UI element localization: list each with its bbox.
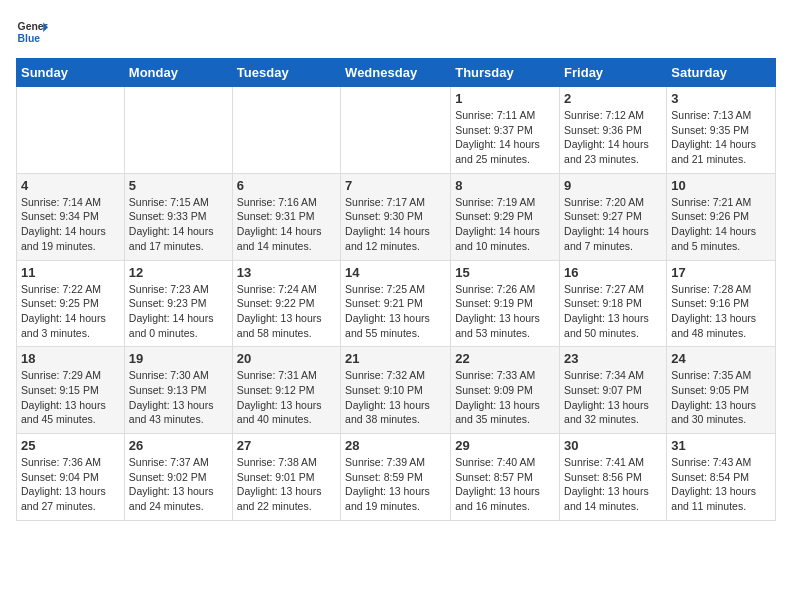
weekday-header-monday: Monday — [124, 59, 232, 87]
calendar-cell — [124, 87, 232, 174]
calendar-cell: 25Sunrise: 7:36 AM Sunset: 9:04 PM Dayli… — [17, 434, 125, 521]
cell-info-text: Sunrise: 7:21 AM Sunset: 9:26 PM Dayligh… — [671, 195, 771, 254]
cell-info-text: Sunrise: 7:20 AM Sunset: 9:27 PM Dayligh… — [564, 195, 662, 254]
calendar-cell: 19Sunrise: 7:30 AM Sunset: 9:13 PM Dayli… — [124, 347, 232, 434]
cell-date-number: 21 — [345, 351, 446, 366]
cell-info-text: Sunrise: 7:36 AM Sunset: 9:04 PM Dayligh… — [21, 455, 120, 514]
cell-info-text: Sunrise: 7:38 AM Sunset: 9:01 PM Dayligh… — [237, 455, 336, 514]
cell-date-number: 8 — [455, 178, 555, 193]
cell-info-text: Sunrise: 7:17 AM Sunset: 9:30 PM Dayligh… — [345, 195, 446, 254]
calendar-cell: 23Sunrise: 7:34 AM Sunset: 9:07 PM Dayli… — [560, 347, 667, 434]
calendar-cell: 28Sunrise: 7:39 AM Sunset: 8:59 PM Dayli… — [341, 434, 451, 521]
cell-date-number: 31 — [671, 438, 771, 453]
cell-info-text: Sunrise: 7:34 AM Sunset: 9:07 PM Dayligh… — [564, 368, 662, 427]
calendar-cell: 13Sunrise: 7:24 AM Sunset: 9:22 PM Dayli… — [232, 260, 340, 347]
cell-date-number: 28 — [345, 438, 446, 453]
cell-info-text: Sunrise: 7:33 AM Sunset: 9:09 PM Dayligh… — [455, 368, 555, 427]
cell-info-text: Sunrise: 7:35 AM Sunset: 9:05 PM Dayligh… — [671, 368, 771, 427]
cell-date-number: 13 — [237, 265, 336, 280]
cell-info-text: Sunrise: 7:14 AM Sunset: 9:34 PM Dayligh… — [21, 195, 120, 254]
calendar-cell: 5Sunrise: 7:15 AM Sunset: 9:33 PM Daylig… — [124, 173, 232, 260]
cell-date-number: 23 — [564, 351, 662, 366]
logo: General Blue — [16, 16, 48, 48]
cell-info-text: Sunrise: 7:16 AM Sunset: 9:31 PM Dayligh… — [237, 195, 336, 254]
calendar-cell: 26Sunrise: 7:37 AM Sunset: 9:02 PM Dayli… — [124, 434, 232, 521]
cell-info-text: Sunrise: 7:22 AM Sunset: 9:25 PM Dayligh… — [21, 282, 120, 341]
cell-date-number: 1 — [455, 91, 555, 106]
weekday-row: SundayMondayTuesdayWednesdayThursdayFrid… — [17, 59, 776, 87]
cell-date-number: 16 — [564, 265, 662, 280]
cell-info-text: Sunrise: 7:28 AM Sunset: 9:16 PM Dayligh… — [671, 282, 771, 341]
calendar-cell: 12Sunrise: 7:23 AM Sunset: 9:23 PM Dayli… — [124, 260, 232, 347]
cell-date-number: 22 — [455, 351, 555, 366]
cell-date-number: 3 — [671, 91, 771, 106]
cell-date-number: 5 — [129, 178, 228, 193]
cell-date-number: 24 — [671, 351, 771, 366]
logo-icon: General Blue — [16, 16, 48, 48]
cell-info-text: Sunrise: 7:25 AM Sunset: 9:21 PM Dayligh… — [345, 282, 446, 341]
cell-info-text: Sunrise: 7:43 AM Sunset: 8:54 PM Dayligh… — [671, 455, 771, 514]
cell-date-number: 18 — [21, 351, 120, 366]
cell-date-number: 9 — [564, 178, 662, 193]
cell-info-text: Sunrise: 7:30 AM Sunset: 9:13 PM Dayligh… — [129, 368, 228, 427]
calendar-cell: 30Sunrise: 7:41 AM Sunset: 8:56 PM Dayli… — [560, 434, 667, 521]
cell-info-text: Sunrise: 7:32 AM Sunset: 9:10 PM Dayligh… — [345, 368, 446, 427]
cell-info-text: Sunrise: 7:23 AM Sunset: 9:23 PM Dayligh… — [129, 282, 228, 341]
calendar-cell: 8Sunrise: 7:19 AM Sunset: 9:29 PM Daylig… — [451, 173, 560, 260]
calendar-cell: 17Sunrise: 7:28 AM Sunset: 9:16 PM Dayli… — [667, 260, 776, 347]
calendar-table: SundayMondayTuesdayWednesdayThursdayFrid… — [16, 58, 776, 521]
cell-date-number: 12 — [129, 265, 228, 280]
weekday-header-thursday: Thursday — [451, 59, 560, 87]
svg-text:Blue: Blue — [18, 33, 41, 44]
cell-info-text: Sunrise: 7:29 AM Sunset: 9:15 PM Dayligh… — [21, 368, 120, 427]
cell-date-number: 27 — [237, 438, 336, 453]
cell-date-number: 11 — [21, 265, 120, 280]
cell-date-number: 7 — [345, 178, 446, 193]
cell-date-number: 17 — [671, 265, 771, 280]
cell-info-text: Sunrise: 7:26 AM Sunset: 9:19 PM Dayligh… — [455, 282, 555, 341]
cell-info-text: Sunrise: 7:24 AM Sunset: 9:22 PM Dayligh… — [237, 282, 336, 341]
calendar-cell: 4Sunrise: 7:14 AM Sunset: 9:34 PM Daylig… — [17, 173, 125, 260]
calendar-week-row: 25Sunrise: 7:36 AM Sunset: 9:04 PM Dayli… — [17, 434, 776, 521]
cell-info-text: Sunrise: 7:15 AM Sunset: 9:33 PM Dayligh… — [129, 195, 228, 254]
calendar-cell: 2Sunrise: 7:12 AM Sunset: 9:36 PM Daylig… — [560, 87, 667, 174]
weekday-header-sunday: Sunday — [17, 59, 125, 87]
calendar-cell: 7Sunrise: 7:17 AM Sunset: 9:30 PM Daylig… — [341, 173, 451, 260]
calendar-cell: 14Sunrise: 7:25 AM Sunset: 9:21 PM Dayli… — [341, 260, 451, 347]
calendar-header: SundayMondayTuesdayWednesdayThursdayFrid… — [17, 59, 776, 87]
calendar-cell: 9Sunrise: 7:20 AM Sunset: 9:27 PM Daylig… — [560, 173, 667, 260]
calendar-cell: 6Sunrise: 7:16 AM Sunset: 9:31 PM Daylig… — [232, 173, 340, 260]
calendar-cell: 24Sunrise: 7:35 AM Sunset: 9:05 PM Dayli… — [667, 347, 776, 434]
calendar-cell — [232, 87, 340, 174]
weekday-header-saturday: Saturday — [667, 59, 776, 87]
calendar-cell: 21Sunrise: 7:32 AM Sunset: 9:10 PM Dayli… — [341, 347, 451, 434]
cell-date-number: 30 — [564, 438, 662, 453]
cell-info-text: Sunrise: 7:41 AM Sunset: 8:56 PM Dayligh… — [564, 455, 662, 514]
cell-date-number: 6 — [237, 178, 336, 193]
cell-info-text: Sunrise: 7:12 AM Sunset: 9:36 PM Dayligh… — [564, 108, 662, 167]
calendar-cell — [17, 87, 125, 174]
calendar-week-row: 4Sunrise: 7:14 AM Sunset: 9:34 PM Daylig… — [17, 173, 776, 260]
calendar-cell: 22Sunrise: 7:33 AM Sunset: 9:09 PM Dayli… — [451, 347, 560, 434]
cell-info-text: Sunrise: 7:11 AM Sunset: 9:37 PM Dayligh… — [455, 108, 555, 167]
cell-date-number: 19 — [129, 351, 228, 366]
calendar-week-row: 18Sunrise: 7:29 AM Sunset: 9:15 PM Dayli… — [17, 347, 776, 434]
cell-info-text: Sunrise: 7:27 AM Sunset: 9:18 PM Dayligh… — [564, 282, 662, 341]
calendar-cell: 27Sunrise: 7:38 AM Sunset: 9:01 PM Dayli… — [232, 434, 340, 521]
calendar-cell: 1Sunrise: 7:11 AM Sunset: 9:37 PM Daylig… — [451, 87, 560, 174]
cell-info-text: Sunrise: 7:13 AM Sunset: 9:35 PM Dayligh… — [671, 108, 771, 167]
calendar-cell: 16Sunrise: 7:27 AM Sunset: 9:18 PM Dayli… — [560, 260, 667, 347]
weekday-header-friday: Friday — [560, 59, 667, 87]
calendar-cell: 20Sunrise: 7:31 AM Sunset: 9:12 PM Dayli… — [232, 347, 340, 434]
cell-info-text: Sunrise: 7:19 AM Sunset: 9:29 PM Dayligh… — [455, 195, 555, 254]
cell-info-text: Sunrise: 7:31 AM Sunset: 9:12 PM Dayligh… — [237, 368, 336, 427]
cell-date-number: 20 — [237, 351, 336, 366]
cell-date-number: 26 — [129, 438, 228, 453]
cell-info-text: Sunrise: 7:39 AM Sunset: 8:59 PM Dayligh… — [345, 455, 446, 514]
calendar-cell: 15Sunrise: 7:26 AM Sunset: 9:19 PM Dayli… — [451, 260, 560, 347]
cell-date-number: 4 — [21, 178, 120, 193]
calendar-cell: 29Sunrise: 7:40 AM Sunset: 8:57 PM Dayli… — [451, 434, 560, 521]
calendar-cell: 11Sunrise: 7:22 AM Sunset: 9:25 PM Dayli… — [17, 260, 125, 347]
calendar-cell: 10Sunrise: 7:21 AM Sunset: 9:26 PM Dayli… — [667, 173, 776, 260]
cell-date-number: 14 — [345, 265, 446, 280]
